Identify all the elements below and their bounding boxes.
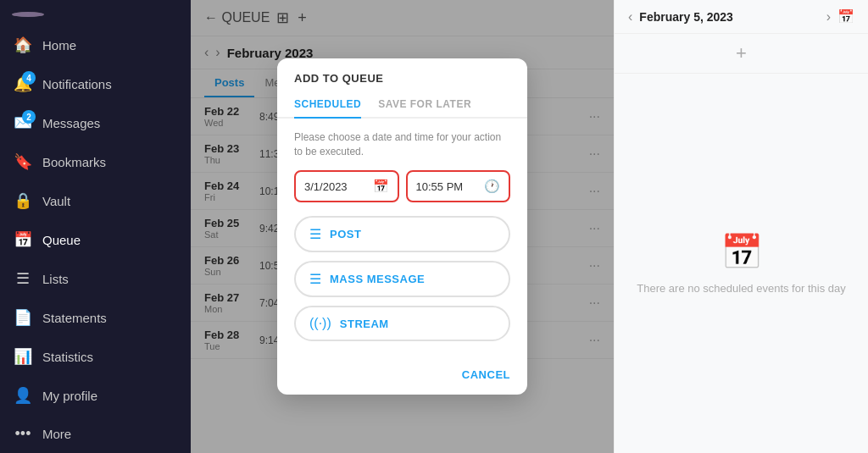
right-panel: ‹ February 5, 2023 › 📅 + 📅 There are no … [614, 0, 868, 453]
right-prev-button[interactable]: ‹ [628, 9, 632, 25]
sidebar-item-more[interactable]: ••• More [0, 415, 191, 453]
main-panel: ← QUEUE ⊞ + ‹ › February 2023 Posts Mess… [191, 0, 614, 453]
modal-body: Please choose a date and time for your a… [277, 119, 527, 362]
lists-icon: ☰ [14, 269, 32, 288]
tab-scheduled[interactable]: SCHEDULED [294, 91, 361, 119]
post-icon: ☰ [309, 226, 321, 242]
right-add-button[interactable]: + [615, 34, 868, 74]
statements-icon: 📄 [14, 308, 32, 327]
sidebar-item-bookmarks[interactable]: 🔖 Bookmarks [0, 142, 191, 181]
messages-badge: 2 [22, 110, 36, 124]
sidebar-item-label: Messages [42, 116, 100, 130]
modal-footer: CANCEL [277, 362, 527, 395]
right-panel-header: ‹ February 5, 2023 › 📅 [615, 0, 868, 34]
post-button[interactable]: ☰ POST [294, 216, 510, 252]
sidebar-item-myprofile[interactable]: 👤 My profile [0, 376, 191, 415]
right-calendar-icon[interactable]: 📅 [837, 8, 854, 25]
notifications-badge: 4 [22, 71, 36, 85]
sidebar-item-label: Bookmarks [42, 155, 106, 169]
date-field[interactable]: 3/1/2023 📅 [294, 170, 399, 202]
avatar [12, 12, 44, 17]
sidebar-item-lists[interactable]: ☰ Lists [0, 259, 191, 298]
profile-icon: 👤 [14, 386, 32, 405]
calendar-icon: 📅 [373, 179, 389, 194]
sidebar-item-home[interactable]: 🏠 Home [0, 25, 191, 64]
stream-icon: ((·)) [309, 316, 331, 331]
stream-label: STREAM [340, 318, 389, 330]
sidebar-item-label: Notifications [42, 77, 112, 91]
date-value: 3/1/2023 [304, 180, 368, 193]
cancel-button[interactable]: CANCEL [462, 368, 510, 381]
sidebar-item-label: Vault [42, 194, 70, 208]
stream-button[interactable]: ((·)) STREAM [294, 306, 510, 341]
sidebar-item-label: My profile [42, 389, 97, 403]
mass-message-label: MASS MESSAGE [330, 273, 425, 285]
sidebar-item-label: Statistics [42, 350, 93, 364]
sidebar-item-messages[interactable]: ✉️ 2 Messages [0, 103, 191, 142]
tab-save-for-later[interactable]: SAVE FOR LATER [378, 91, 471, 119]
clock-icon: 🕐 [484, 179, 500, 194]
queue-icon: 📅 [14, 230, 32, 249]
vault-icon: 🔒 [14, 191, 32, 210]
sidebar: 🏠 Home 🔔 4 Notifications ✉️ 2 Messages 🔖… [0, 0, 191, 453]
sidebar-item-label: Lists [42, 272, 69, 286]
modal-overlay[interactable]: ADD TO QUEUE SCHEDULED SAVE FOR LATER Pl… [191, 0, 614, 453]
mass-message-icon: ☰ [309, 271, 321, 287]
add-to-queue-modal: ADD TO QUEUE SCHEDULED SAVE FOR LATER Pl… [277, 58, 527, 395]
sidebar-item-label: Queue [42, 233, 81, 247]
right-panel-date: February 5, 2023 [639, 10, 819, 24]
time-value: 10:55 PM [416, 180, 480, 193]
sidebar-item-label: Statements [42, 311, 107, 325]
mass-message-button[interactable]: ☰ MASS MESSAGE [294, 261, 510, 297]
statistics-icon: 📊 [14, 347, 32, 366]
empty-state-text: There are no scheduled events for this d… [637, 282, 845, 295]
sidebar-item-label: Home [42, 38, 76, 52]
sidebar-item-queue[interactable]: 📅 Queue [0, 220, 191, 259]
modal-title: ADD TO QUEUE [277, 58, 527, 91]
sidebar-item-vault[interactable]: 🔒 Vault [0, 181, 191, 220]
sidebar-item-statements[interactable]: 📄 Statements [0, 298, 191, 337]
modal-description: Please choose a date and time for your a… [294, 130, 510, 159]
right-next-button[interactable]: › [826, 9, 831, 25]
sidebar-item-notifications[interactable]: 🔔 4 Notifications [0, 64, 191, 103]
right-empty-state: 📅 There are no scheduled events for this… [615, 74, 868, 453]
datetime-row: 3/1/2023 📅 10:55 PM 🕐 [294, 170, 510, 202]
sidebar-item-label: More [42, 427, 71, 441]
modal-tabs: SCHEDULED SAVE FOR LATER [277, 91, 527, 119]
sidebar-item-statistics[interactable]: 📊 Statistics [0, 337, 191, 376]
home-icon: 🏠 [14, 36, 32, 54]
bookmark-icon: 🔖 [14, 152, 32, 171]
post-label: POST [330, 228, 361, 240]
empty-calendar-icon: 📅 [721, 232, 763, 272]
more-icon: ••• [14, 425, 32, 443]
time-field[interactable]: 10:55 PM 🕐 [406, 170, 511, 202]
